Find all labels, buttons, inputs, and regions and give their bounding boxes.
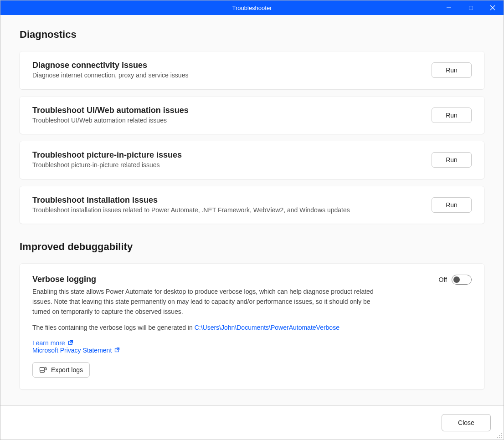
close-window-button[interactable] xyxy=(482,0,504,15)
verbose-logging-toggle[interactable] xyxy=(452,275,472,285)
card-desc: Troubleshoot picture-in-picture related … xyxy=(32,161,422,170)
toggle-knob xyxy=(453,276,460,283)
verbose-title: Verbose logging xyxy=(32,275,388,284)
privacy-statement-link[interactable]: Microsoft Privacy Statement xyxy=(32,347,112,354)
external-link-icon xyxy=(68,340,73,347)
verbose-log-path-link[interactable]: C:\Users\John\Documents\PowerAutomateVer… xyxy=(195,324,339,331)
export-logs-button[interactable]: Export logs xyxy=(32,362,90,378)
card-title: Diagnose connectivity issues xyxy=(32,61,422,70)
external-link-icon xyxy=(114,347,120,354)
maximize-button xyxy=(460,0,482,15)
verbose-desc-2: The files containing the verbose logs wi… xyxy=(32,323,388,333)
diagnostics-heading: Diagnostics xyxy=(20,29,484,41)
diagnostic-card-install: Troubleshoot installation issues Trouble… xyxy=(20,186,484,224)
toggle-state-label: Off xyxy=(439,276,447,283)
export-logs-icon xyxy=(39,366,47,373)
diagnostic-card-pip: Troubleshoot picture-in-picture issues T… xyxy=(20,141,484,179)
card-title: Troubleshoot installation issues xyxy=(32,195,422,205)
svg-rect-8 xyxy=(40,368,44,371)
minimize-button[interactable] xyxy=(438,0,460,15)
card-desc: Diagnose internet connection, proxy and … xyxy=(32,71,422,80)
improved-debuggability-heading: Improved debuggability xyxy=(20,241,484,253)
run-button-pip[interactable]: Run xyxy=(432,152,472,168)
svg-line-7 xyxy=(117,348,119,350)
diagnostic-card-connectivity: Diagnose connectivity issues Diagnose in… xyxy=(20,51,484,89)
svg-line-5 xyxy=(70,340,73,343)
card-title: Troubleshoot picture-in-picture issues xyxy=(32,150,422,160)
close-button[interactable]: Close xyxy=(442,414,491,431)
titlebar: Troubleshooter xyxy=(0,0,504,15)
maximize-icon xyxy=(468,5,473,10)
verbose-desc-1: Enabling this state allows Power Automat… xyxy=(32,287,388,317)
window-controls xyxy=(438,0,504,15)
verbose-logging-card: Verbose logging Enabling this state allo… xyxy=(20,264,484,389)
run-button-ui-web[interactable]: Run xyxy=(432,107,472,123)
close-icon xyxy=(490,5,495,10)
svg-rect-1 xyxy=(469,6,473,10)
content-area: Diagnostics Diagnose connectivity issues… xyxy=(0,15,504,405)
minimize-icon xyxy=(446,5,452,10)
run-button-connectivity[interactable]: Run xyxy=(432,62,472,78)
learn-more-link[interactable]: Learn more xyxy=(32,339,65,347)
export-logs-label: Export logs xyxy=(51,366,83,373)
card-desc: Troubleshoot installation issues related… xyxy=(32,206,422,215)
footer: Close xyxy=(0,405,504,440)
window-title: Troubleshooter xyxy=(232,5,272,11)
diagnostic-card-ui-web: Troubleshoot UI/Web automation issues Tr… xyxy=(20,97,484,134)
run-button-install[interactable]: Run xyxy=(432,197,472,213)
card-desc: Troubleshoot UI/Web automation related i… xyxy=(32,116,422,125)
card-title: Troubleshoot UI/Web automation issues xyxy=(32,106,422,115)
verbose-desc2-prefix: The files containing the verbose logs wi… xyxy=(32,324,195,331)
